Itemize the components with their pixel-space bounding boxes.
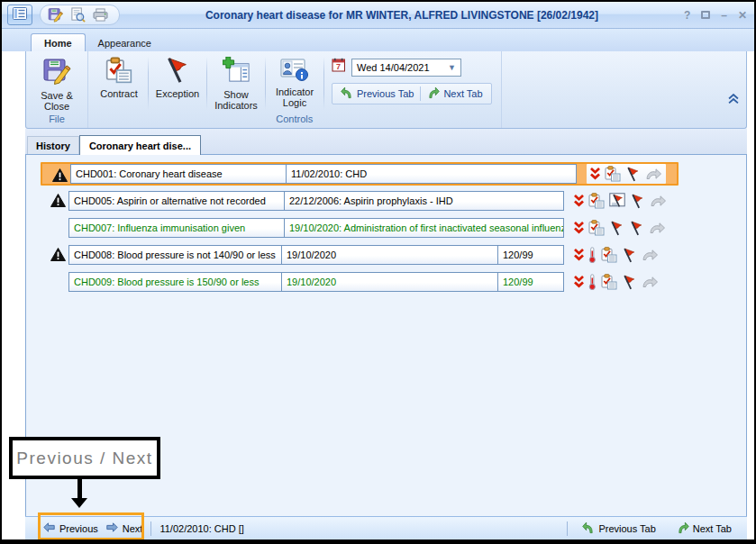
indicator-date-cell[interactable]: 19/10/2020 bbox=[282, 272, 498, 292]
indicator-value-cell[interactable]: 120/99 bbox=[498, 272, 564, 292]
warning-icon bbox=[50, 194, 66, 211]
tab-history[interactable]: History bbox=[27, 136, 79, 154]
indicator-value-cell[interactable]: 120/99 bbox=[498, 245, 564, 265]
contract-button[interactable]: Contract bbox=[92, 54, 146, 113]
revert-icon[interactable] bbox=[650, 195, 667, 207]
revert-icon[interactable] bbox=[649, 222, 666, 234]
contract-icon[interactable] bbox=[601, 247, 617, 263]
annotation-arrow bbox=[77, 478, 82, 500]
exception-icon[interactable] bbox=[629, 221, 644, 236]
revert-icon[interactable] bbox=[645, 168, 662, 180]
tab-home[interactable]: Home bbox=[31, 33, 86, 51]
contract-icon[interactable] bbox=[601, 274, 617, 290]
print-preview-icon[interactable] bbox=[70, 7, 86, 23]
app-menu-icon bbox=[13, 7, 27, 23]
indicator-date-cell[interactable]: 19/10/2020 bbox=[282, 245, 498, 265]
print-icon[interactable] bbox=[93, 8, 108, 22]
ribbon-tab-strip: Home Appearance bbox=[2, 29, 754, 51]
row-actions bbox=[574, 247, 659, 263]
indicator-logic-button[interactable]: Indicator Logic bbox=[268, 54, 322, 113]
exception-form-icon[interactable] bbox=[609, 193, 625, 209]
tab-coronary-heart-disease[interactable]: Coronary heart dise... bbox=[79, 135, 201, 155]
exception-button[interactable]: Exception bbox=[150, 54, 205, 113]
contract-icon[interactable] bbox=[605, 166, 621, 182]
table-row[interactable]: CHD007: Influenza immunisation given 19/… bbox=[41, 216, 679, 240]
previous-tab-icon bbox=[341, 86, 353, 101]
exception-icon[interactable] bbox=[625, 167, 641, 182]
exception-icon[interactable] bbox=[622, 275, 637, 290]
document-tab-strip: History Coronary heart dise... bbox=[25, 129, 747, 154]
save-icon[interactable] bbox=[48, 7, 63, 23]
date-picker[interactable]: Wed 14/04/2021 ▼ bbox=[351, 59, 461, 77]
next-tab-icon bbox=[677, 521, 689, 536]
controls-group-label: Controls bbox=[88, 113, 501, 128]
value-icon[interactable] bbox=[588, 274, 597, 290]
show-indicators-button[interactable]: Show Indicators bbox=[209, 54, 263, 113]
annotation-callout: Previous / Next bbox=[9, 437, 160, 479]
next-tab-button-status[interactable]: Next Tab bbox=[670, 520, 738, 538]
revert-icon[interactable] bbox=[642, 249, 659, 261]
expand-icon[interactable] bbox=[574, 249, 584, 261]
annotation-arrow-head bbox=[71, 498, 87, 508]
expand-icon[interactable] bbox=[590, 168, 600, 180]
row-actions bbox=[574, 193, 667, 209]
indicator-code-cell[interactable]: CHD005: Aspirin or alternative not recor… bbox=[68, 191, 285, 211]
previous-tab-label: Previous Tab bbox=[357, 88, 414, 99]
warning-icon bbox=[50, 248, 66, 265]
ribbon: Save & Close File Contract Exception bbox=[25, 51, 747, 129]
file-group-label: File bbox=[26, 113, 87, 128]
exception-icon bbox=[164, 57, 191, 86]
contract-icon bbox=[105, 57, 132, 86]
tab-appearance[interactable]: Appearance bbox=[86, 34, 164, 51]
ribbon-group-file: Save & Close File bbox=[26, 51, 88, 128]
exception-icon[interactable] bbox=[630, 194, 645, 209]
previous-tab-button[interactable]: Previous Tab bbox=[334, 85, 420, 103]
ribbon-tab-nav: Previous Tab Next Tab bbox=[332, 83, 492, 104]
next-tab-label: Next Tab bbox=[693, 523, 732, 534]
contract-icon[interactable] bbox=[588, 220, 605, 236]
expand-icon[interactable] bbox=[574, 276, 584, 288]
minimize-icon[interactable]: – bbox=[721, 10, 727, 21]
exception-icon[interactable] bbox=[609, 221, 624, 236]
chevron-down-icon: ▼ bbox=[448, 63, 456, 72]
indicator-code-cell[interactable]: CHD007: Influenza immunisation given bbox=[68, 218, 285, 238]
indicator-code-cell[interactable]: CHD001: Coronary heart disease bbox=[70, 164, 287, 184]
indicator-status-cell[interactable]: 11/02/2010: CHD bbox=[287, 164, 577, 184]
indicator-logic-icon bbox=[280, 57, 309, 84]
previous-tab-label: Previous Tab bbox=[598, 523, 655, 534]
app-menu-button[interactable] bbox=[7, 5, 32, 25]
contract-label: Contract bbox=[100, 88, 138, 99]
revert-icon[interactable] bbox=[642, 276, 659, 288]
indicator-logic-label: Indicator Logic bbox=[268, 86, 322, 108]
value-icon[interactable] bbox=[588, 247, 597, 263]
application-window: Coronary heart disease for MR WINTER, AL… bbox=[0, 0, 756, 544]
indicator-status-cell[interactable]: 19/10/2020: Administration of first inac… bbox=[285, 218, 564, 238]
table-row[interactable]: CHD001: Coronary heart disease 11/02/201… bbox=[41, 162, 679, 186]
title-bar: Coronary heart disease for MR WINTER, AL… bbox=[2, 2, 754, 29]
table-row[interactable]: CHD005: Aspirin or alternative not recor… bbox=[41, 189, 679, 213]
restore-icon[interactable] bbox=[701, 10, 710, 21]
indicator-code-cell[interactable]: CHD009: Blood pressure is 150/90 or less bbox=[68, 272, 282, 292]
next-tab-button[interactable]: Next Tab bbox=[421, 85, 488, 103]
window-title: Coronary heart disease for MR WINTER, AL… bbox=[120, 9, 684, 22]
expand-icon[interactable] bbox=[574, 195, 584, 207]
help-icon[interactable]: ? bbox=[684, 10, 690, 21]
contract-icon[interactable] bbox=[588, 193, 605, 209]
close-icon[interactable]: ✕ bbox=[738, 10, 747, 21]
window-controls: ? – ✕ bbox=[684, 10, 747, 21]
next-tab-label: Next Tab bbox=[443, 88, 482, 99]
calendar-icon bbox=[332, 58, 347, 77]
indicator-code-cell[interactable]: CHD008: Blood pressure is not 140/90 or … bbox=[68, 245, 282, 265]
table-row[interactable]: CHD008: Blood pressure is not 140/90 or … bbox=[41, 243, 679, 267]
indicator-status-cell[interactable]: 22/12/2006: Aspirin prophylaxis - IHD bbox=[285, 191, 564, 211]
save-close-icon bbox=[42, 57, 71, 87]
status-text: 11/02/2010: CHD [] bbox=[159, 523, 243, 534]
date-picker-value: Wed 14/04/2021 bbox=[357, 62, 430, 73]
table-row[interactable]: CHD009: Blood pressure is 150/90 or less… bbox=[41, 270, 679, 294]
save-close-button[interactable]: Save & Close bbox=[30, 54, 84, 113]
save-close-label: Save & Close bbox=[30, 90, 84, 112]
exception-icon[interactable] bbox=[622, 248, 637, 263]
previous-tab-button-status[interactable]: Previous Tab bbox=[576, 520, 661, 538]
expand-icon[interactable] bbox=[574, 222, 584, 234]
collapse-ribbon-icon[interactable] bbox=[728, 92, 739, 108]
